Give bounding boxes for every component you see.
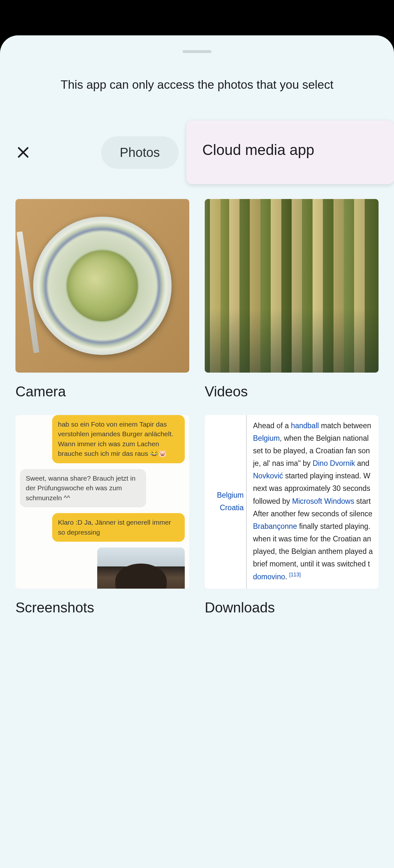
chat-bubble: Klaro :D Ja, Jänner ist generell immer s… (52, 513, 185, 542)
album-thumbnail: Belgium Croatia Ahead of a handball matc… (205, 415, 378, 589)
album-screenshots[interactable]: hab so ein Foto von einem Tapir das vers… (16, 415, 189, 616)
tab-photos[interactable]: Photos (101, 136, 179, 169)
access-notice: This app can only access the photos that… (0, 78, 394, 92)
album-title: Downloads (205, 599, 378, 616)
picker-toolbar: Photos Cloud media app (0, 121, 394, 184)
album-downloads[interactable]: Belgium Croatia Ahead of a handball matc… (205, 415, 378, 616)
chat-bubble: hab so ein Foto von einem Tapir das vers… (52, 415, 185, 463)
drag-handle[interactable] (182, 50, 212, 53)
album-videos[interactable]: Videos (205, 199, 378, 400)
album-title: Screenshots (16, 599, 189, 616)
photo-picker-sheet: This app can only access the photos that… (0, 35, 394, 868)
album-thumbnail (16, 199, 189, 373)
album-thumbnail: hab so ein Foto von einem Tapir das vers… (16, 415, 189, 589)
chat-image (97, 548, 185, 589)
article-sidebar: Belgium Croatia (205, 415, 247, 589)
album-camera[interactable]: Camera (16, 199, 189, 400)
album-title: Videos (205, 383, 378, 400)
albums-grid: Camera Videos hab so ein Foto von einem … (0, 184, 394, 616)
article-body: Ahead of a handball match between Belgiu… (247, 415, 378, 589)
tab-cloud-media-app[interactable]: Cloud media app (187, 121, 394, 184)
album-title: Camera (16, 383, 189, 400)
album-thumbnail (205, 199, 378, 373)
chat-bubble: Sweet, wanna share? Brauch jetzt in der … (20, 469, 146, 507)
close-icon[interactable] (16, 145, 31, 160)
